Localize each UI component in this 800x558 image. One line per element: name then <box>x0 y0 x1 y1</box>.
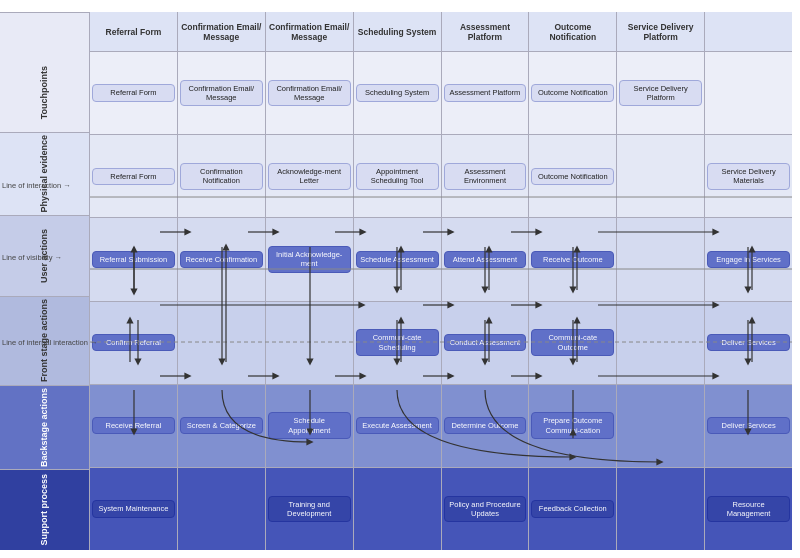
sp-col-1: System Maintenance <box>90 468 178 550</box>
header-spacer <box>0 12 89 52</box>
ua-card-6: Receive Outcome <box>531 251 614 268</box>
header-row: Referral Form Confirmation Email/ Messag… <box>90 12 792 52</box>
tp-col-5: Assessment Platform <box>442 52 530 134</box>
ua-col-1: Referral Submission <box>90 218 178 300</box>
ua-card-3: Initial Acknowledge-ment <box>268 246 351 273</box>
pe-card-3: Acknowledge-ment Letter <box>268 163 351 190</box>
row-user: Referral Submission Receive Confirmation… <box>90 218 792 301</box>
fs-col-5: Conduct Assessment <box>442 302 530 384</box>
ba-card-4: Execute Assessment <box>356 417 439 434</box>
left-labels: Touchpoints Physical evidence User actio… <box>0 12 90 550</box>
diagram-container: Touchpoints Physical evidence User actio… <box>0 0 800 558</box>
label-touchpoints: Touchpoints <box>0 52 89 133</box>
header-col-6: Outcome Notification <box>529 12 617 51</box>
fs-card-8: Deliver Services <box>707 334 790 351</box>
ba-col-4: Execute Assessment <box>354 385 442 467</box>
fs-card-6: Communi-cate Outcome <box>531 329 614 356</box>
main-grid: Referral Form Confirmation Email/ Messag… <box>90 12 792 550</box>
tp-card-7: Service Delivery Platform <box>619 80 702 107</box>
tp-card-6: Outcome Notification <box>531 84 614 101</box>
ba-card-2: Screen & Categorize <box>180 417 263 434</box>
line-label-interaction: Line of interaction → <box>2 181 71 190</box>
tp-col-3: Confirmation Email/ Message <box>266 52 354 134</box>
label-support: Support process <box>0 470 89 550</box>
ua-col-8: Engage in Services <box>705 218 792 300</box>
sp-card-6: Feedback Collection <box>531 500 614 517</box>
fs-col-3 <box>266 302 354 384</box>
ua-col-4: Schedule Assessment <box>354 218 442 300</box>
header-col-8 <box>705 12 792 51</box>
pe-col-7 <box>617 135 705 217</box>
row-physical: Referral Form Confirmation Notification … <box>90 135 792 218</box>
ba-col-2: Screen & Categorize <box>178 385 266 467</box>
ua-col-3: Initial Acknowledge-ment <box>266 218 354 300</box>
ba-col-3: Schedule Appointment <box>266 385 354 467</box>
ua-card-1: Referral Submission <box>92 251 175 268</box>
pe-col-3: Acknowledge-ment Letter <box>266 135 354 217</box>
ba-card-5: Determine Outcome <box>444 417 527 434</box>
ba-card-8: Deliver Services <box>707 417 790 434</box>
ua-col-6: Receive Outcome <box>529 218 617 300</box>
pe-col-2: Confirmation Notification <box>178 135 266 217</box>
header-col-2: Confirmation Email/ Message <box>178 12 266 51</box>
fs-col-2 <box>178 302 266 384</box>
tp-col-4: Scheduling System <box>354 52 442 134</box>
ua-card-4: Schedule Assessment <box>356 251 439 268</box>
fs-card-5: Conduct Assessment <box>444 334 527 351</box>
tp-col-8 <box>705 52 792 134</box>
fs-col-7 <box>617 302 705 384</box>
line-label-internal: Line of internal interaction → <box>2 338 97 347</box>
pe-card-6: Outcome Notification <box>531 168 614 185</box>
tp-col-7: Service Delivery Platform <box>617 52 705 134</box>
header-col-4: Scheduling System <box>354 12 442 51</box>
sp-col-4 <box>354 468 442 550</box>
ba-card-6: Prepare Outcome Communi-cation <box>531 412 614 439</box>
ba-col-7 <box>617 385 705 467</box>
line-label-visibility: Line of visibility → <box>2 253 62 262</box>
sp-card-8: Resource Management <box>707 496 790 523</box>
sp-card-1: System Maintenance <box>92 500 175 517</box>
ua-card-5: Attend Assessment <box>444 251 527 268</box>
fs-col-6: Communi-cate Outcome <box>529 302 617 384</box>
pe-col-4: Appointment Scheduling Tool <box>354 135 442 217</box>
tp-card-1: Referral Form <box>92 84 175 101</box>
row-front: Confirm Referral Communi-cate Scheduling… <box>90 302 792 385</box>
ua-col-5: Attend Assessment <box>442 218 530 300</box>
tp-col-2: Confirmation Email/ Message <box>178 52 266 134</box>
row-support: System Maintenance Training and Developm… <box>90 468 792 550</box>
sp-col-5: Policy and Procedure Updates <box>442 468 530 550</box>
tp-col-6: Outcome Notification <box>529 52 617 134</box>
ba-col-5: Determine Outcome <box>442 385 530 467</box>
header-col-5: Assessment Platform <box>442 12 530 51</box>
row-touchpoints: Referral Form Confirmation Email/ Messag… <box>90 52 792 135</box>
sp-card-5: Policy and Procedure Updates <box>444 496 527 523</box>
tp-card-3: Confirmation Email/ Message <box>268 80 351 107</box>
header-col-1: Referral Form <box>90 12 178 51</box>
pe-card-4: Appointment Scheduling Tool <box>356 163 439 190</box>
pe-card-5: Assessment Environment <box>444 163 527 190</box>
ua-card-8: Engage in Services <box>707 251 790 268</box>
fs-card-4: Communi-cate Scheduling <box>356 329 439 356</box>
pe-col-6: Outcome Notification <box>529 135 617 217</box>
pe-card-8: Service Delivery Materials <box>707 163 790 190</box>
sp-col-3: Training and Development <box>266 468 354 550</box>
fs-col-1: Confirm Referral <box>90 302 178 384</box>
label-physical: Physical evidence <box>0 133 89 216</box>
fs-col-8: Deliver Services <box>705 302 792 384</box>
tp-card-2: Confirmation Email/ Message <box>180 80 263 107</box>
pe-col-8: Service Delivery Materials <box>705 135 792 217</box>
row-back: Receive Referral Screen & Categorize Sch… <box>90 385 792 468</box>
ua-col-2: Receive Confirmation <box>178 218 266 300</box>
sp-col-8: Resource Management <box>705 468 792 550</box>
pe-col-1: Referral Form <box>90 135 178 217</box>
sp-card-3: Training and Development <box>268 496 351 523</box>
ba-col-8: Deliver Services <box>705 385 792 467</box>
tp-card-4: Scheduling System <box>356 84 439 101</box>
pe-card-2: Confirmation Notification <box>180 163 263 190</box>
label-back: Backstage actions <box>0 386 89 470</box>
sp-col-2 <box>178 468 266 550</box>
ba-card-1: Receive Referral <box>92 417 175 434</box>
fs-col-4: Communi-cate Scheduling <box>354 302 442 384</box>
ua-card-2: Receive Confirmation <box>180 251 263 268</box>
fs-card-1: Confirm Referral <box>92 334 175 351</box>
